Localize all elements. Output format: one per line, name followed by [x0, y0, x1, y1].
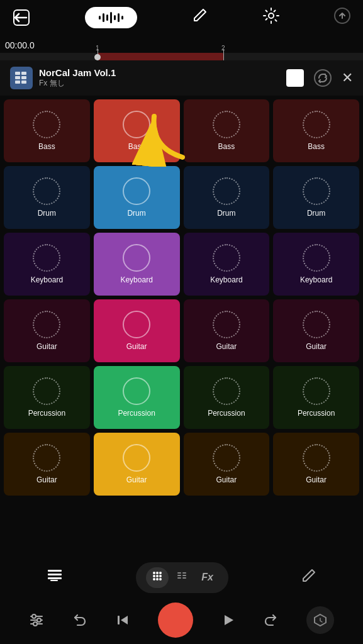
undo-button[interactable] [72, 613, 87, 628]
svg-point-34 [33, 622, 37, 626]
track-cell[interactable]: Drum [4, 166, 90, 229]
svg-rect-25 [177, 577, 181, 579]
track-label: Percussion [298, 409, 335, 418]
track-label: Guitar [36, 475, 57, 484]
track-label: Guitar [216, 475, 237, 484]
track-ring [33, 111, 60, 138]
track-label: Bass [218, 142, 235, 151]
track-cell[interactable]: Guitar [273, 433, 359, 496]
svg-point-16 [159, 572, 162, 574]
track-ring [303, 311, 330, 338]
rewind-button[interactable] [115, 613, 130, 628]
track-ring [213, 244, 240, 272]
redo-button[interactable] [263, 613, 278, 628]
track-label: Keyboard [120, 275, 152, 284]
track-ring [213, 111, 240, 138]
svg-point-22 [159, 578, 162, 580]
track-label: Keyboard [300, 275, 332, 284]
track-cell[interactable]: Drum [273, 166, 359, 229]
project-header: NorCal Jam Vol.1 Fx 無し ✕ [0, 60, 363, 96]
svg-rect-6 [21, 72, 26, 75]
timeline[interactable]: 00:00.0 1 2 [0, 35, 363, 60]
svg-point-20 [153, 578, 155, 580]
bottom-toolbar: Fx [0, 558, 363, 596]
svg-point-19 [159, 575, 162, 577]
track-cell[interactable]: Guitar [4, 299, 90, 362]
timeline-time: 00:00.0 [5, 40, 35, 50]
track-label: Drum [38, 209, 56, 218]
waveform-pill[interactable] [85, 7, 137, 28]
track-cell[interactable]: Guitar [184, 299, 270, 362]
track-cell[interactable]: Keyboard [273, 233, 359, 296]
track-label: Keyboard [210, 275, 242, 284]
settings-icon[interactable] [262, 7, 280, 28]
waveform-bar [106, 14, 108, 21]
track-cell[interactable]: Bass [4, 99, 90, 162]
dots-view-button[interactable] [171, 567, 194, 588]
quantize-button[interactable] [306, 606, 334, 634]
pencil-icon[interactable] [301, 568, 316, 587]
stop-button[interactable] [286, 69, 304, 87]
project-icon [10, 67, 33, 89]
track-grid: Bass Bass Bass Bass Drum Drum Drum Drum … [0, 96, 363, 499]
track-cell[interactable]: Drum [184, 166, 270, 229]
record-button[interactable] [158, 602, 193, 638]
track-cell[interactable]: Keyboard [184, 233, 270, 296]
track-cell[interactable]: Percussion [94, 366, 180, 429]
waveform-bar [114, 15, 116, 20]
track-label: Guitar [36, 342, 57, 351]
track-cell[interactable]: Bass [273, 99, 359, 162]
track-label: Percussion [208, 409, 245, 418]
track-ring [303, 244, 330, 272]
track-cell[interactable]: Guitar [4, 433, 90, 496]
track-ring [303, 444, 330, 472]
track-label: Drum [127, 209, 145, 218]
svg-point-33 [37, 618, 41, 622]
fx-button[interactable]: Fx [196, 569, 218, 586]
pen-icon[interactable] [191, 8, 208, 28]
svg-rect-28 [182, 577, 186, 579]
track-cell[interactable]: Guitar [94, 299, 180, 362]
track-label: Guitar [216, 342, 237, 351]
track-cell[interactable]: Percussion [273, 366, 359, 429]
list-icon[interactable] [47, 567, 63, 587]
track-cell[interactable]: Guitar [94, 433, 180, 496]
track-label: Drum [307, 209, 325, 218]
grid-view-button[interactable] [146, 567, 169, 588]
waveform-bar [121, 16, 123, 19]
track-cell[interactable]: Keyboard [4, 233, 90, 296]
svg-rect-35 [118, 616, 120, 625]
track-cell[interactable]: Percussion [184, 366, 270, 429]
track-cell[interactable]: Keyboard [94, 233, 180, 296]
track-cell[interactable]: Guitar [184, 433, 270, 496]
mixer-button[interactable] [29, 613, 44, 628]
svg-rect-27 [182, 575, 186, 576]
back-button[interactable] [13, 9, 30, 26]
track-label: Guitar [126, 475, 147, 484]
track-ring [303, 111, 330, 138]
svg-rect-3 [15, 72, 20, 75]
project-title: NorCal Jam Vol.1 [39, 67, 286, 78]
track-ring [33, 177, 60, 205]
track-ring [213, 377, 240, 405]
svg-rect-10 [48, 570, 62, 572]
track-label: Percussion [28, 409, 65, 418]
track-ring [123, 111, 150, 138]
track-label: Bass [128, 142, 145, 151]
svg-point-14 [153, 572, 155, 574]
track-cell[interactable]: Drum [94, 166, 180, 229]
timeline-cursor[interactable] [94, 54, 101, 60]
svg-point-1 [269, 13, 274, 18]
upload-icon[interactable] [334, 8, 350, 28]
track-cell[interactable]: Guitar [273, 299, 359, 362]
svg-rect-4 [15, 76, 20, 79]
loop-button[interactable] [314, 69, 332, 87]
track-cell[interactable]: Percussion [4, 366, 90, 429]
play-button[interactable] [221, 613, 235, 627]
timeline-label-1: 1 [96, 45, 99, 52]
track-ring [33, 444, 60, 472]
track-cell[interactable]: Bass [94, 99, 180, 162]
close-button[interactable]: ✕ [342, 70, 353, 86]
track-cell[interactable]: Bass [184, 99, 270, 162]
timeline-highlight [98, 53, 223, 60]
